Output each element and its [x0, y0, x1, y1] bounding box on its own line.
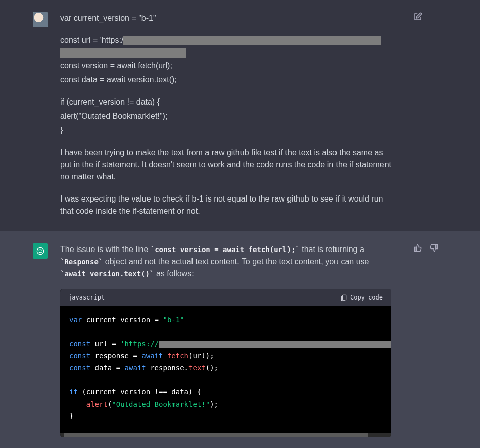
- inline-code: `Response`: [60, 258, 103, 266]
- clipboard-icon: [340, 294, 347, 301]
- assistant-paragraph: The issue is with the line `const versio…: [60, 243, 391, 280]
- redacted-url: [123, 36, 381, 45]
- user-paragraph: I was expecting the value to check if b-…: [60, 193, 391, 217]
- codeblock-language: javascript: [68, 293, 105, 302]
- thumbs-down-icon[interactable]: [429, 243, 440, 254]
- code-line: const version = await fetch(url);: [60, 60, 391, 72]
- svg-rect-1: [343, 295, 346, 300]
- code-line: }: [60, 124, 391, 136]
- code-line: if (current_version != data) {: [60, 96, 391, 108]
- edit-icon[interactable]: [413, 12, 423, 22]
- codeblock-header: javascript Copy code: [60, 289, 391, 306]
- codeblock-body: var current_version = "b-1" const url = …: [60, 306, 391, 433]
- horizontal-scrollbar[interactable]: [60, 433, 391, 437]
- code-line: var current_version = "b-1": [60, 12, 391, 24]
- redacted-url: [60, 48, 186, 58]
- copy-code-button[interactable]: Copy code: [340, 293, 383, 302]
- user-paragraph: I have been trying to make the text from…: [60, 146, 391, 183]
- thumbs-up-icon[interactable]: [413, 243, 423, 254]
- user-message: var current_version = "b-1" const url = …: [0, 0, 480, 231]
- svg-point-0: [37, 247, 43, 254]
- assistant-message: The issue is with the line `const versio…: [0, 231, 480, 448]
- code-line: const data = await version.text();: [60, 74, 391, 86]
- code-line: alert("Outated Bookmarklet!");: [60, 110, 391, 122]
- user-content: var current_version = "b-1" const url = …: [60, 12, 391, 219]
- redacted-url: [159, 341, 391, 348]
- code-block: javascript Copy code var current_version…: [60, 289, 391, 437]
- code-line: const url = 'https:/: [60, 34, 391, 58]
- inline-code: `await version.text()`: [60, 270, 154, 278]
- assistant-avatar: [33, 243, 48, 259]
- user-avatar: [33, 12, 48, 27]
- inline-code: `const version = await fetch(url);`: [151, 245, 300, 254]
- assistant-content: The issue is with the line `const versio…: [60, 243, 391, 437]
